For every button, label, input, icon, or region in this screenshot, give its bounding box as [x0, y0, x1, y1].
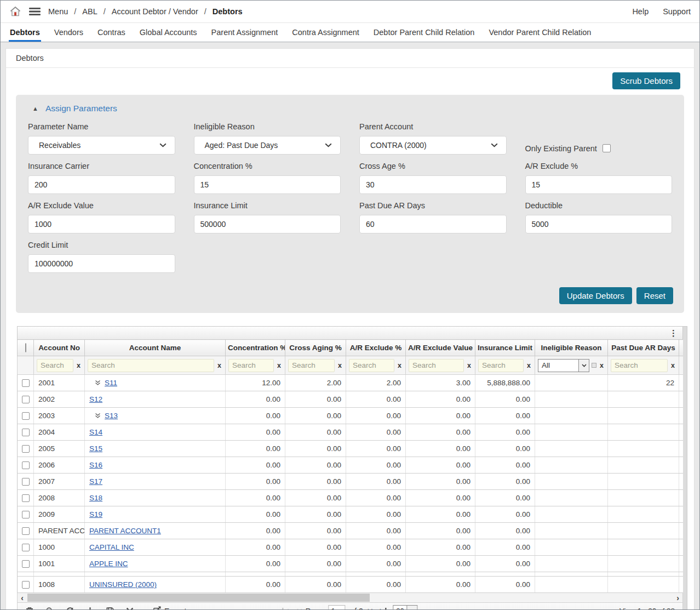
account-name-link[interactable]: S19 [89, 510, 102, 518]
scrub-debtors-button[interactable]: Scrub Debtors [612, 72, 680, 89]
account-name-link[interactable]: S11 [105, 379, 117, 387]
reset-button[interactable]: Reset [636, 287, 673, 304]
column-header-past-due-ar-days[interactable]: Past Due AR Days [608, 340, 679, 356]
column-header-cross-aging-[interactable]: Cross Aging % [285, 340, 346, 356]
column-header-a-r-exclude-[interactable]: A/R Exclude % [346, 340, 406, 356]
search-input-account-name[interactable] [88, 359, 214, 372]
concentration-pct-input[interactable] [194, 175, 341, 194]
row-checkbox[interactable] [22, 379, 30, 387]
scroll-left-icon[interactable]: ‹ [18, 594, 27, 602]
clear-filter-icon[interactable]: x [397, 362, 403, 369]
ineligible-reason-filter-select[interactable]: All [538, 359, 589, 372]
row-checkbox[interactable] [22, 494, 30, 502]
scroll-right-icon[interactable]: › [673, 594, 682, 602]
grid-options-kebab-icon[interactable]: ⋮ [669, 329, 678, 337]
expand-row-icon[interactable] [95, 412, 101, 420]
collapse-arrow-icon[interactable]: ▲ [32, 106, 38, 112]
deductible-input[interactable] [525, 215, 673, 233]
account-name-link[interactable]: PARENT ACCOUNT1 [89, 527, 161, 535]
select-all-checkbox[interactable] [25, 343, 26, 352]
help-link[interactable]: Help [632, 7, 649, 16]
past-due-ar-days-input[interactable] [359, 215, 507, 233]
only-existing-parent-checkbox[interactable] [603, 144, 611, 152]
vertical-scrollbar[interactable] [683, 326, 687, 610]
row-checkbox[interactable] [22, 396, 30, 403]
search-input-past-due-ar-days[interactable] [611, 359, 668, 372]
column-header-insurance-limit[interactable]: Insurance Limit [475, 340, 535, 356]
scrollbar-thumb[interactable] [27, 594, 370, 602]
tab-parent-assignment[interactable]: Parent Assignment [204, 23, 285, 42]
last-page-button[interactable]: ▶ [380, 608, 386, 610]
breadcrumb-item-account-debtor-vendor[interactable]: Account Debtor / Vendor [112, 7, 198, 16]
breadcrumb-item-menu[interactable]: Menu [48, 7, 68, 16]
row-checkbox[interactable] [22, 429, 30, 436]
tab-contra-assignment[interactable]: Contra Assignment [285, 23, 366, 42]
first-page-button[interactable]: ◀ [282, 608, 288, 610]
account-name-link[interactable]: S12 [89, 395, 102, 403]
home-icon[interactable] [9, 5, 21, 18]
column-header-concentration-[interactable]: Concentration % [226, 340, 285, 356]
hamburger-menu-icon[interactable] [29, 7, 41, 16]
row-checkbox[interactable] [22, 445, 30, 453]
search-icon[interactable] [45, 607, 54, 610]
tab-global-accounts[interactable]: Global Accounts [133, 23, 204, 42]
filter-operator-icon[interactable] [592, 363, 596, 368]
page-number-input[interactable] [328, 605, 345, 610]
account-name-link[interactable]: S16 [89, 461, 102, 469]
parameter-name-select[interactable]: Receivables [28, 136, 175, 155]
update-debtors-button[interactable]: Update Debtors [559, 287, 632, 304]
support-link[interactable]: Support [663, 7, 691, 16]
column-header-account-no[interactable]: Account No [34, 340, 85, 356]
account-name-link[interactable]: S18 [89, 494, 102, 502]
search-input-a-r-exclude-[interactable] [349, 359, 394, 372]
ar-exclude-pct-input[interactable] [525, 175, 673, 194]
insurance-carrier-input[interactable] [28, 175, 175, 194]
expand-row-icon[interactable] [95, 379, 101, 387]
ineligible-reason-select[interactable]: Aged: Past Due Days [194, 136, 341, 155]
tab-debtors[interactable]: Debtors [3, 23, 47, 42]
account-name-link[interactable]: UNINSURED (2000) [89, 580, 157, 589]
search-input-cross-aging-[interactable] [288, 359, 335, 372]
refresh-icon[interactable] [66, 607, 74, 610]
search-input-concentration-[interactable] [228, 359, 274, 372]
account-name-link[interactable]: S14 [89, 428, 102, 436]
prev-page-button[interactable]: ◀◀ [294, 608, 301, 610]
column-header-a-r-exclude-value[interactable]: A/R Exclude Value [406, 340, 475, 356]
row-checkbox[interactable] [22, 412, 30, 420]
tab-debtor-parent-child-relation[interactable]: Debtor Parent Child Relation [366, 23, 482, 42]
account-name-link[interactable]: S17 [89, 477, 102, 486]
horizontal-scrollbar[interactable]: ‹ › [17, 593, 683, 603]
row-checkbox[interactable] [22, 511, 30, 518]
next-page-button[interactable]: ▶▶ [368, 608, 375, 610]
search-input-insurance-limit[interactable] [478, 359, 524, 372]
account-name-link[interactable]: S13 [105, 412, 118, 420]
account-name-link[interactable]: CAPITAL INC [89, 543, 134, 551]
column-header-account-name[interactable]: Account Name [85, 340, 226, 356]
cancel-icon[interactable] [126, 607, 134, 610]
row-checkbox[interactable] [22, 478, 30, 486]
row-checkbox[interactable] [22, 581, 30, 589]
parent-account-select[interactable]: CONTRA (2000) [359, 136, 507, 155]
tab-contras[interactable]: Contras [90, 23, 133, 42]
clear-filter-icon[interactable]: x [76, 362, 82, 369]
account-name-link[interactable]: S15 [89, 444, 102, 453]
insurance-limit-input[interactable] [194, 215, 341, 233]
ar-exclude-value-input[interactable] [28, 215, 175, 233]
clear-filter-icon[interactable]: x [526, 362, 532, 369]
clear-filter-icon[interactable]: x [216, 362, 222, 369]
search-input-account-no[interactable] [37, 359, 73, 372]
column-header-ineligible-reason[interactable]: Ineligible Reason [535, 340, 608, 356]
breadcrumb-item-abl[interactable]: ABL [82, 7, 97, 16]
row-checkbox[interactable] [22, 544, 30, 551]
tab-vendors[interactable]: Vendors [47, 23, 90, 42]
export-button[interactable]: Export [153, 606, 186, 610]
clear-filter-icon[interactable]: x [276, 362, 282, 369]
scrollbar-track[interactable] [27, 593, 673, 602]
row-checkbox[interactable] [22, 560, 30, 568]
tab-vendor-parent-child-relation[interactable]: Vendor Parent Child Relation [481, 23, 598, 42]
clear-filter-icon[interactable]: x [337, 362, 343, 369]
add-icon[interactable] [86, 607, 94, 610]
account-name-link[interactable]: APPLE INC [89, 560, 128, 568]
search-input-a-r-exclude-value[interactable] [409, 359, 464, 372]
clear-filter-icon[interactable]: x [670, 362, 676, 369]
